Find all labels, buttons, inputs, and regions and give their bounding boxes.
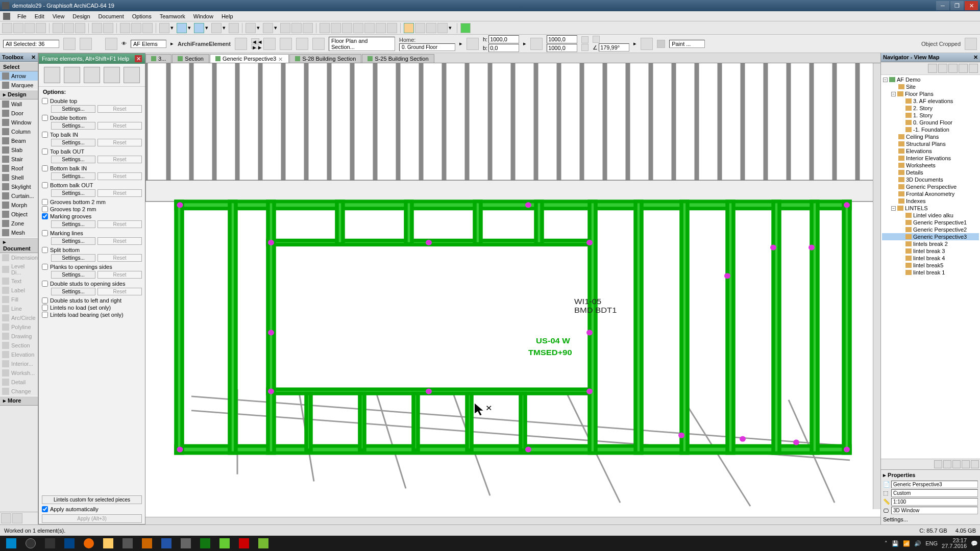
menu-options[interactable]: Options	[128, 12, 156, 20]
selection-info[interactable]: All Selected: 36	[3, 40, 59, 48]
tree-node-3[interactable]: 2. Story	[882, 105, 979, 112]
prop-scale-field[interactable]: 1:100	[891, 498, 978, 506]
tab-3[interactable]: S-28 Building Section	[289, 54, 361, 63]
tree-node-0[interactable]: Site	[882, 83, 979, 90]
toolbox-foot-2[interactable]	[12, 513, 22, 523]
tool-worksh-[interactable]: Worksh...	[0, 368, 38, 378]
tree-node-23[interactable]: lintel break 3	[882, 247, 979, 255]
toolbox-foot-1[interactable]	[1, 513, 11, 523]
delete-button[interactable]	[303, 23, 313, 33]
opt-12-settings-button[interactable]: Settings...	[51, 288, 95, 295]
dimension-button[interactable]	[376, 23, 386, 33]
tree-node-6[interactable]: -1. Foundation	[882, 126, 979, 133]
layer-button[interactable]	[246, 23, 256, 33]
btn-d[interactable]	[312, 38, 325, 50]
mirror-button[interactable]	[320, 23, 330, 33]
rotate-button[interactable]	[331, 23, 341, 33]
tree-node-13[interactable]: 3D Documents	[882, 176, 979, 183]
design-section[interactable]: ▸ Design	[0, 90, 38, 99]
opt-8-settings-button[interactable]: Settings...	[51, 220, 95, 228]
print-button[interactable]	[36, 23, 46, 33]
calc-button[interactable]	[254, 537, 273, 550]
offset-button[interactable]	[353, 23, 363, 33]
tree-node-14[interactable]: Generic Perspective	[882, 183, 979, 190]
lock-w1-button[interactable]	[581, 36, 589, 43]
measure-button[interactable]	[159, 23, 169, 33]
tool-curtain-[interactable]: Curtain...	[0, 191, 38, 201]
prop-custom-field[interactable]: Custom	[891, 489, 978, 497]
word-button[interactable]	[157, 537, 176, 550]
edge-button[interactable]	[60, 537, 79, 550]
opt-9-settings-button[interactable]: Settings...	[51, 237, 95, 245]
mode-icon-4[interactable]	[104, 67, 120, 83]
tool-mesh[interactable]: Mesh	[0, 228, 38, 237]
maximize-button[interactable]: ❐	[950, 1, 964, 10]
apply-auto-checkbox[interactable]	[42, 506, 48, 512]
notifications-icon[interactable]: 💬	[971, 540, 978, 547]
open-button[interactable]	[13, 23, 23, 33]
tree-node-11[interactable]: Worksheets	[882, 162, 979, 169]
opt-10-settings-button[interactable]: Settings...	[51, 254, 95, 262]
cut-button[interactable]	[53, 23, 63, 33]
explorer-button[interactable]	[99, 537, 117, 550]
more-section[interactable]: ▸ More	[0, 396, 38, 406]
mode-icon-2[interactable]	[64, 67, 80, 83]
notes-button[interactable]	[215, 537, 234, 550]
tab-close-icon[interactable]: ✕	[278, 56, 283, 61]
save-button[interactable]	[24, 23, 35, 33]
snap-grid-button[interactable]	[194, 23, 204, 33]
menu-help[interactable]: Help	[217, 12, 237, 20]
opt-1-settings-button[interactable]: Settings...	[51, 122, 95, 130]
pen-button[interactable]	[131, 23, 141, 33]
opt-2-settings-button[interactable]: Settings...	[51, 139, 95, 146]
color-tool-button[interactable]	[437, 23, 448, 33]
view-type-dropdown[interactable]: Floor Plan and Section...	[329, 37, 395, 51]
opt-1-checkbox[interactable]	[42, 115, 48, 121]
trim-button[interactable]	[280, 23, 290, 33]
dim-ref-button[interactable]	[467, 38, 479, 50]
snap-point-button[interactable]	[211, 23, 222, 33]
paste-button[interactable]	[75, 23, 85, 33]
level-button[interactable]	[263, 23, 273, 33]
mode-icon-5[interactable]	[124, 67, 140, 83]
3d-viewport[interactable]: WI1-05 BMD BDT1 US-04 W TMSED+90 ✕	[145, 63, 880, 517]
opt-7-checkbox[interactable]	[42, 206, 48, 212]
nav-next-button[interactable]: ►►	[251, 44, 259, 49]
nav-foot-4[interactable]	[962, 460, 970, 468]
opt-11-checkbox[interactable]	[42, 264, 48, 270]
menu-app-icon[interactable]	[3, 13, 10, 20]
tool-dimension[interactable]: Dimension	[0, 253, 38, 262]
nav-foot-1[interactable]	[934, 460, 942, 468]
archicad-button[interactable]	[177, 537, 195, 550]
tool-shell[interactable]: Shell	[0, 173, 38, 182]
tree-node-16[interactable]: Indexes	[882, 197, 979, 205]
firefox-button[interactable]	[80, 537, 98, 550]
tree-node-24[interactable]: lintel break 4	[882, 255, 979, 262]
nav-settings-button[interactable]: Settings...	[883, 516, 978, 522]
tree-node-19[interactable]: Generic Perspective1	[882, 219, 979, 226]
tool-section[interactable]: Section	[0, 341, 38, 350]
paint-dropdown[interactable]: Paint ...	[669, 40, 705, 48]
opt-4-reset-button[interactable]: Reset	[97, 172, 142, 180]
opt-5-checkbox[interactable]	[42, 182, 48, 188]
shape-tool-button[interactable]	[426, 23, 436, 33]
opt-13-checkbox[interactable]	[42, 297, 48, 304]
opt-12-checkbox[interactable]	[42, 281, 48, 287]
tree-node-18[interactable]: Lintel video alku	[882, 212, 979, 219]
tree-node-17[interactable]: −LINTELS	[882, 205, 979, 212]
tray-network-icon[interactable]: 📶	[903, 540, 910, 547]
tool-morph[interactable]: Morph	[0, 201, 38, 210]
tab-0[interactable]: 3...	[145, 54, 172, 63]
tree-node-2[interactable]: 3. AF elevations	[882, 97, 979, 105]
nav-btn-5[interactable]	[969, 64, 978, 73]
align-button[interactable]	[342, 23, 352, 33]
menu-teamwork[interactable]: Teamwork	[156, 12, 189, 20]
opt-14-checkbox[interactable]	[42, 305, 48, 311]
taskview-button[interactable]	[41, 537, 59, 550]
menu-view[interactable]: View	[48, 12, 69, 20]
search-button[interactable]	[21, 537, 40, 550]
lintels-custom-button[interactable]: Lintels custom for selected pieces	[42, 495, 142, 504]
menu-file[interactable]: File	[13, 12, 31, 20]
copy-button[interactable]	[64, 23, 74, 33]
af-elems-dropdown[interactable]: AF Elems	[131, 40, 166, 48]
